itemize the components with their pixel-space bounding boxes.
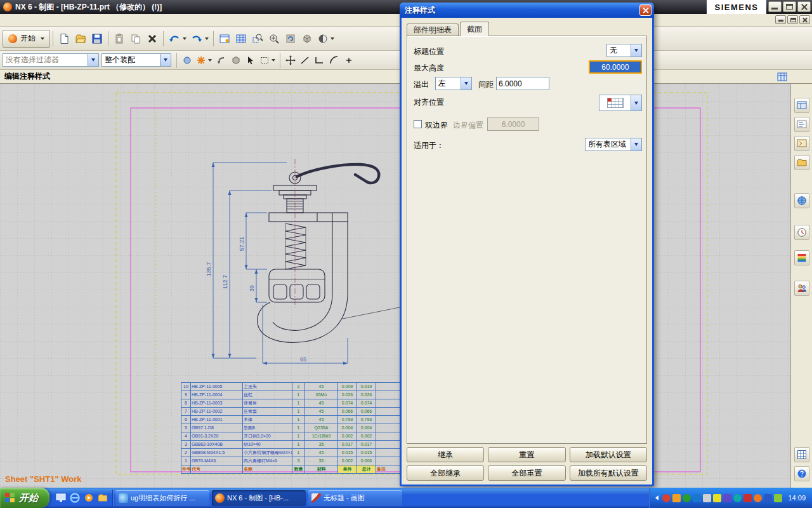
taskbar-item-paint[interactable]: 无标题 - 画图: [308, 490, 402, 506]
tray-icon[interactable]: [693, 494, 701, 502]
grid-snap-button[interactable]: [794, 447, 809, 462]
line-button[interactable]: [298, 53, 312, 68]
history-button[interactable]: [794, 225, 809, 240]
arc-button[interactable]: [327, 53, 341, 68]
close-button[interactable]: [797, 1, 811, 12]
system-materials-button[interactable]: [794, 250, 809, 265]
media-player-button[interactable]: [82, 492, 95, 504]
part-navigator-button[interactable]: [794, 117, 809, 132]
title-position-combo[interactable]: 无: [606, 44, 642, 57]
menu-item[interactable]: [65, 19, 74, 22]
copy-button[interactable]: [128, 29, 144, 48]
tray-icon[interactable]: [733, 494, 742, 502]
tray-icon[interactable]: [723, 494, 731, 502]
back-button[interactable]: [214, 53, 228, 68]
apply-to-combo[interactable]: 所有表区域: [585, 138, 642, 151]
cursor-button[interactable]: [243, 53, 258, 68]
lasso-select-button[interactable]: [258, 53, 277, 68]
polyline-button[interactable]: [312, 53, 327, 68]
delete-button[interactable]: [144, 29, 160, 48]
tray-icon[interactable]: [774, 494, 782, 502]
menu-item[interactable]: [74, 19, 82, 22]
assembly-navigator-button[interactable]: [794, 98, 809, 113]
zoom-in-out-button[interactable]: [266, 29, 282, 48]
tray-chevron-icon[interactable]: [655, 495, 658, 500]
menu-item[interactable]: [82, 19, 91, 22]
menu-item[interactable]: [56, 19, 65, 22]
reuse-library-button[interactable]: [794, 155, 809, 170]
menu-item[interactable]: [29, 19, 38, 22]
assembly-scope-combo[interactable]: 整个装配: [102, 53, 171, 67]
combo-arrow-icon[interactable]: [631, 95, 641, 110]
modeling-view-button[interactable]: [299, 29, 315, 48]
tab-section[interactable]: 截面: [460, 22, 489, 36]
spacing-input[interactable]: [496, 77, 549, 90]
max-height-input[interactable]: [589, 60, 642, 74]
new-file-button[interactable]: [56, 29, 72, 48]
align-position-combo[interactable]: [599, 95, 642, 111]
web-browser-button[interactable]: [794, 193, 809, 208]
load-defaults-button[interactable]: 加载默认设置: [570, 447, 647, 462]
undo-button[interactable]: [166, 29, 188, 48]
mdi-minimize-button[interactable]: [775, 15, 786, 24]
taskbar-item-browser[interactable]: ug明细表如何折行 ...: [115, 490, 209, 506]
reset-button[interactable]: 重置: [488, 447, 565, 462]
combo-arrow-icon[interactable]: [631, 138, 641, 150]
view-table-button[interactable]: [233, 29, 249, 48]
taskbar-item-nx[interactable]: NX 6 - 制图 - [HB-...: [212, 490, 306, 506]
roles-button[interactable]: [794, 281, 809, 296]
tray-icon[interactable]: [713, 494, 721, 502]
load-all-defaults-button[interactable]: 加载所有默认设置: [570, 465, 647, 481]
selection-filter-combo[interactable]: 没有选择过滤器: [3, 53, 99, 67]
tray-icon[interactable]: [672, 494, 681, 502]
ie-quicklaunch-button[interactable]: [69, 492, 81, 504]
folder-quicklaunch-button[interactable]: [96, 492, 108, 504]
selection-ball-button[interactable]: [180, 53, 194, 68]
inherit-button[interactable]: 继承: [407, 447, 484, 462]
combo-arrow-icon[interactable]: [88, 54, 98, 66]
help-button[interactable]: [794, 466, 809, 481]
move-button[interactable]: [283, 53, 298, 68]
combo-arrow-icon[interactable]: [461, 77, 471, 90]
save-button[interactable]: [89, 29, 105, 48]
paste-button[interactable]: [111, 29, 128, 48]
minimize-button[interactable]: [768, 1, 782, 12]
update-display-button[interactable]: [282, 29, 299, 48]
menu-item[interactable]: [11, 19, 20, 22]
open-file-button[interactable]: [72, 29, 89, 48]
menu-item[interactable]: [20, 19, 29, 22]
reset-all-button[interactable]: 全部重置: [488, 465, 565, 481]
inherit-all-button[interactable]: 全部继承: [407, 465, 484, 481]
point-button[interactable]: [341, 53, 356, 68]
dialog-rail-button[interactable]: [774, 71, 790, 83]
maximize-button[interactable]: [783, 1, 796, 12]
combo-arrow-icon[interactable]: [631, 44, 641, 57]
tray-icon[interactable]: [703, 494, 711, 502]
new-sheet-button[interactable]: [216, 29, 233, 48]
menu-item[interactable]: [38, 19, 47, 22]
tray-icon[interactable]: [754, 494, 762, 502]
start-menu-button[interactable]: 开始: [3, 30, 50, 48]
redo-button[interactable]: [188, 29, 211, 48]
show-desktop-button[interactable]: [55, 492, 67, 504]
graphics-window[interactable]: 135.7 112.7 57.21 39 65 10 HB-ZP-11-0005…: [0, 84, 790, 488]
dialog-close-button[interactable]: [639, 4, 652, 16]
combo-arrow-icon[interactable]: [160, 54, 171, 66]
small-cube-button[interactable]: [228, 53, 243, 68]
mdi-close-button[interactable]: [799, 15, 810, 24]
double-border-checkbox[interactable]: [414, 120, 422, 128]
mdi-restore-button[interactable]: [787, 15, 798, 24]
tray-icon[interactable]: [683, 494, 691, 502]
zoom-window-button[interactable]: [249, 29, 266, 48]
taskbar-clock[interactable]: 14:09: [788, 494, 806, 502]
tray-icon[interactable]: [764, 494, 772, 502]
menu-item[interactable]: [91, 19, 100, 22]
tray-icon[interactable]: [743, 494, 752, 502]
overflow-combo[interactable]: 左: [435, 77, 472, 90]
tray-icon[interactable]: [662, 494, 671, 502]
menu-item[interactable]: [3, 19, 11, 22]
snap-point-button[interactable]: [194, 53, 214, 68]
menu-item[interactable]: [47, 19, 56, 22]
constraint-navigator-button[interactable]: [794, 136, 809, 151]
start-button[interactable]: 开始: [0, 488, 49, 508]
